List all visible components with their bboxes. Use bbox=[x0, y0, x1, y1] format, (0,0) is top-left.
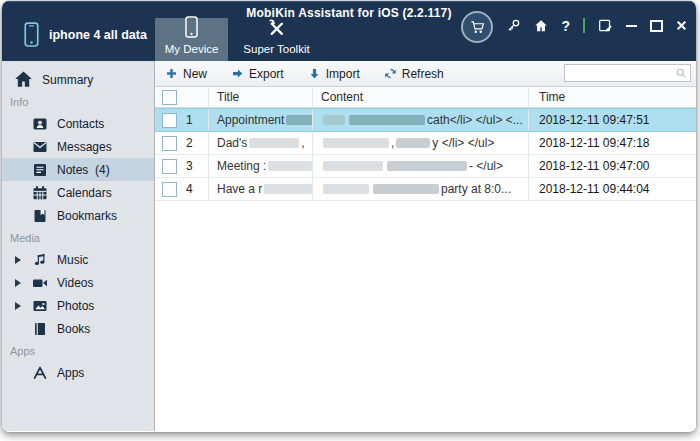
new-button[interactable]: New bbox=[165, 67, 207, 81]
table-row[interactable]: 4Have a rparty at 8:0...2018-12-11 09:44… bbox=[155, 178, 696, 201]
button-label: Import bbox=[326, 67, 360, 81]
import-button[interactable]: Import bbox=[308, 67, 360, 81]
sidebar-item-calendars[interactable]: Calendars bbox=[2, 181, 154, 204]
table-row[interactable]: 2Dad's,,y </li> </ul>2018-12-11 09:47:18 bbox=[155, 132, 696, 155]
redacted-text bbox=[323, 184, 369, 194]
note-text: party at 8:0... bbox=[441, 182, 511, 196]
tab-label: Super Toolkit bbox=[243, 43, 309, 55]
sidebar-section-media: Media bbox=[2, 227, 154, 248]
note-text: Dad's bbox=[217, 136, 247, 150]
search-icon[interactable] bbox=[675, 67, 687, 79]
tab-my-device[interactable]: My Device bbox=[155, 18, 228, 61]
expand-arrow-icon[interactable] bbox=[15, 302, 21, 310]
sidebar-item-label: Bookmarks bbox=[57, 209, 117, 223]
close-button[interactable] bbox=[676, 20, 687, 31]
sidebar-item-notes[interactable]: Notes (4) bbox=[2, 158, 154, 181]
expand-arrow-icon[interactable] bbox=[15, 279, 21, 287]
minimize-button[interactable] bbox=[626, 25, 637, 27]
sidebar-item-photos[interactable]: Photos bbox=[2, 294, 154, 317]
redacted-text bbox=[387, 161, 467, 171]
sidebar-item-label: Books bbox=[57, 322, 90, 336]
sidebar-item-label: Summary bbox=[42, 73, 93, 87]
note-text: Meeting : bbox=[217, 159, 266, 173]
notes-icon bbox=[32, 162, 48, 178]
arrow-down-icon bbox=[308, 67, 321, 80]
home-icon bbox=[534, 19, 548, 33]
sidebar-section-info: Info bbox=[2, 91, 154, 112]
bookmark-icon bbox=[32, 208, 48, 224]
redacted-text bbox=[396, 138, 430, 148]
calendar-icon bbox=[32, 185, 48, 201]
note-content-cell: - </ul> bbox=[312, 155, 528, 177]
note-time-cell: 2018-12-11 09:47:00 bbox=[528, 155, 696, 177]
search-input[interactable] bbox=[565, 65, 675, 81]
plus-icon bbox=[165, 67, 178, 80]
row-index: 2 bbox=[186, 136, 193, 150]
redacted-text bbox=[323, 138, 389, 148]
sidebar-item-videos[interactable]: Videos bbox=[2, 271, 154, 294]
sidebar-item-label: Messages bbox=[57, 140, 112, 154]
expand-arrow-icon[interactable] bbox=[15, 256, 21, 264]
envelope-icon bbox=[32, 139, 48, 155]
home-button[interactable] bbox=[534, 19, 548, 33]
maximize-button[interactable] bbox=[650, 20, 663, 32]
sidebar-item-label: Notes (4) bbox=[57, 163, 110, 177]
row-index: 4 bbox=[186, 182, 193, 196]
redacted-text bbox=[249, 138, 299, 148]
row-index: 3 bbox=[186, 159, 193, 173]
refresh-button[interactable]: Refresh bbox=[384, 67, 444, 81]
sidebar-item-apps[interactable]: Apps bbox=[2, 361, 154, 384]
note-text: Have a r bbox=[217, 182, 262, 196]
sidebar-item-summary[interactable]: Summary bbox=[2, 68, 154, 91]
select-all-checkbox[interactable] bbox=[162, 90, 177, 105]
note-time-cell: 2018-12-11 09:47:51 bbox=[528, 109, 696, 131]
feedback-icon bbox=[598, 18, 613, 33]
notes-table: Title Content Time 1Appointmentcath</li>… bbox=[155, 87, 696, 431]
photo-icon bbox=[32, 298, 48, 314]
column-header-time[interactable]: Time bbox=[528, 87, 696, 107]
note-title-cell: Meeting : bbox=[208, 155, 312, 177]
button-label: Export bbox=[249, 67, 284, 81]
feedback-button[interactable] bbox=[598, 18, 613, 33]
help-button[interactable]: ? bbox=[561, 18, 570, 34]
sidebar-item-messages[interactable]: Messages bbox=[2, 135, 154, 158]
sidebar-item-books[interactable]: Books bbox=[2, 317, 154, 340]
row-checkbox[interactable] bbox=[162, 136, 177, 151]
phone-tab-icon bbox=[185, 16, 198, 38]
export-button[interactable]: Export bbox=[231, 67, 284, 81]
title-bar: MobiKin Assistant for iOS (2.2.117) ipho… bbox=[2, 1, 696, 61]
tab-super-toolkit[interactable]: Super Toolkit bbox=[228, 18, 325, 61]
sidebar-item-bookmarks[interactable]: Bookmarks bbox=[2, 204, 154, 227]
cart-icon bbox=[470, 20, 485, 35]
column-header-title[interactable]: Title bbox=[208, 87, 312, 107]
button-label: Refresh bbox=[402, 67, 444, 81]
sidebar-section-apps: Apps bbox=[2, 340, 154, 361]
device-name: iphone 4 all data bbox=[49, 28, 147, 42]
device-selector[interactable]: iphone 4 all data bbox=[24, 22, 165, 47]
sidebar-item-label: Apps bbox=[57, 366, 84, 380]
sidebar-item-label: Music bbox=[57, 253, 88, 267]
table-row[interactable]: 3Meeting :- </ul>2018-12-11 09:47:00 bbox=[155, 155, 696, 178]
cart-button[interactable] bbox=[461, 11, 493, 43]
key-button[interactable] bbox=[506, 18, 521, 33]
row-checkbox[interactable] bbox=[162, 159, 177, 174]
sidebar-item-label: Calendars bbox=[57, 186, 112, 200]
row-checkbox[interactable] bbox=[162, 113, 177, 128]
tab-bar: My Device Super Toolkit bbox=[155, 18, 325, 61]
row-select-cell: 1 bbox=[155, 109, 208, 131]
home-icon bbox=[14, 70, 33, 89]
table-row[interactable]: 1Appointmentcath</li> </ul> <...2018-12-… bbox=[155, 108, 696, 132]
note-content-cell: ,y </li> </ul> bbox=[312, 132, 528, 154]
column-header-content[interactable]: Content bbox=[312, 87, 528, 107]
minimize-icon bbox=[626, 25, 637, 27]
arrow-right-icon bbox=[231, 67, 244, 80]
phone-icon bbox=[24, 22, 39, 47]
sidebar-item-contacts[interactable]: Contacts bbox=[2, 112, 154, 135]
sidebar-item-music[interactable]: Music bbox=[2, 248, 154, 271]
note-content-cell: party at 8:0... bbox=[312, 178, 528, 200]
row-select-cell: 3 bbox=[155, 155, 208, 177]
row-select-cell: 2 bbox=[155, 132, 208, 154]
row-checkbox[interactable] bbox=[162, 182, 177, 197]
note-title-cell: Appointment bbox=[208, 109, 312, 131]
divider bbox=[583, 18, 585, 33]
